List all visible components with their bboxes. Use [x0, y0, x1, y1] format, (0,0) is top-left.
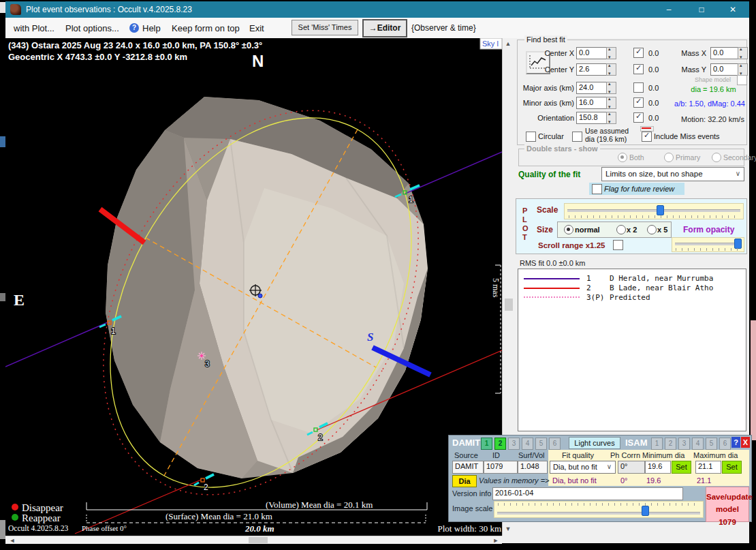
light-curves-button[interactable]: Light curves — [569, 437, 620, 449]
set-miss-times-button[interactable]: Set 'Miss' Times — [292, 20, 358, 35]
damit-model-1-button[interactable]: 1 — [481, 438, 492, 450]
max-dia-field[interactable]: 21.1 — [695, 461, 721, 474]
double-primary-radio[interactable] — [664, 153, 674, 162]
image-scale-label: Image scale — [452, 504, 492, 513]
quality-label: Quality of the fit — [518, 170, 580, 179]
close-button[interactable]: ✕ — [718, 1, 748, 18]
title-bar: Plot event observations : Occult v.4.202… — [5, 1, 749, 18]
scroll-up-icon[interactable]: ▲ — [503, 40, 514, 47]
isam-model-2-button[interactable]: 2 — [665, 438, 676, 450]
center-y-checkbox[interactable] — [633, 64, 644, 74]
circular-checkbox[interactable] — [526, 132, 536, 142]
size-normal-radio[interactable] — [564, 225, 573, 234]
double-both-label: Both — [629, 153, 644, 162]
background-window-fragment-pink — [751, 320, 756, 440]
menu-keep-on-top[interactable]: Keep form on top — [172, 23, 240, 33]
center-y-input[interactable]: 2.6 — [576, 63, 609, 76]
flag-review-checkbox[interactable] — [592, 184, 602, 194]
menu-with-plot[interactable]: with Plot... — [14, 23, 54, 33]
damit-close-button[interactable]: X — [741, 437, 750, 448]
isam-model-3-button[interactable]: 3 — [678, 438, 690, 450]
center-x-checkbox[interactable] — [633, 48, 644, 58]
ph-corrn-field[interactable]: 0° — [618, 461, 645, 474]
menu-exit[interactable]: Exit — [249, 23, 264, 33]
minimize-button[interactable]: – — [654, 1, 684, 18]
orientation-input[interactable]: 150.8 — [576, 112, 609, 124]
dia-button[interactable]: Dia — [452, 475, 477, 487]
scroll-right-icon[interactable]: ► — [490, 537, 501, 544]
isam-model-1-button[interactable]: 1 — [651, 438, 663, 450]
ph-corrn-header: Ph Corrn — [610, 451, 640, 459]
plot-letter-o: O — [522, 224, 529, 232]
editor-button[interactable]: →Editor — [362, 19, 407, 37]
fit-quality-select[interactable]: Dia, but no fit ∨ — [550, 461, 616, 474]
size-x2-radio[interactable] — [616, 225, 626, 234]
minor-axis-checkbox[interactable] — [633, 97, 644, 108]
isam-model-6-button[interactable]: 6 — [719, 438, 731, 450]
double-stars-label: Double stars - show — [524, 144, 600, 153]
vertical-scroll-thumb[interactable] — [505, 299, 513, 311]
minor-axis-spinner[interactable] — [606, 97, 616, 109]
background-window-fragment-mid — [0, 293, 5, 301]
scale-slider[interactable] — [564, 203, 744, 219]
min-dia-field[interactable]: 19.6 — [645, 461, 671, 474]
double-both-radio[interactable] — [618, 153, 627, 162]
major-axis-checkbox[interactable] — [633, 82, 644, 93]
center-y-spinner[interactable] — [606, 63, 616, 76]
menu-plot-options[interactable]: Plot options... — [65, 23, 119, 33]
max-dia-set-button[interactable]: Set — [722, 461, 742, 474]
window-title: Plot event observations : Occult v.4.202… — [26, 5, 192, 14]
minor-axis-input[interactable]: 16.0 — [576, 97, 609, 109]
source-header: Source — [454, 451, 478, 459]
version-info-field[interactable]: 2016-01-04 — [492, 487, 683, 500]
image-scale-thumb[interactable] — [642, 506, 649, 516]
major-axis-spinner[interactable] — [606, 82, 616, 94]
orientation-checkbox[interactable] — [633, 112, 644, 123]
scroll-down-icon[interactable]: ▼ — [503, 525, 514, 532]
menu-help[interactable]: Help — [142, 23, 161, 33]
sky-button[interactable]: Sky l — [480, 38, 502, 49]
plot-area[interactable]: S 1 1 2 — [5, 38, 502, 536]
orientation-label: Orientation — [518, 114, 574, 122]
damit-model-4-button[interactable]: 4 — [522, 438, 533, 450]
scroll-left-icon[interactable]: ◄ — [7, 537, 18, 544]
damit-model-6-button[interactable]: 6 — [549, 438, 561, 450]
form-opacity-slider[interactable] — [672, 237, 744, 252]
scale-slider-thumb[interactable] — [657, 205, 664, 215]
horizontal-scroll-thumb[interactable] — [249, 537, 268, 543]
center-x-spinner[interactable] — [606, 47, 616, 59]
size-x5-radio[interactable] — [647, 225, 657, 234]
size-x5-label: x 5 — [657, 226, 667, 234]
save-update-button[interactable]: Save/update model 1079 — [706, 487, 749, 522]
orientation-spinner[interactable] — [606, 112, 616, 124]
shape-model-checkbox[interactable] — [737, 75, 747, 85]
form-opacity-thumb[interactable] — [734, 239, 742, 249]
mass-y-spinner[interactable] — [738, 63, 748, 76]
major-axis-input[interactable]: 24.0 — [576, 82, 609, 94]
observer-legend-listbox[interactable]: 1 D Herald, near Murrumba 2 B Lade, near… — [518, 269, 746, 431]
double-stars-group: Double stars - show Both Primary Seconda… — [518, 149, 744, 166]
plot-canvas: S 1 1 2 — [5, 38, 502, 536]
mass-x-spinner[interactable] — [738, 47, 748, 59]
svg-text:(Volume) Mean dia = 20.1 km: (Volume) Mean dia = 20.1 km — [266, 500, 373, 510]
maximize-button[interactable]: □ — [687, 1, 716, 18]
plot-title-line2: Geocentric X 4743.3 ±0.0 Y -3212.8 ±0.0 … — [8, 52, 187, 62]
damit-model-5-button[interactable]: 5 — [535, 438, 547, 450]
damit-model-2-button[interactable]: 2 — [494, 438, 506, 450]
damit-help-button[interactable]: ? — [731, 437, 740, 448]
plot-horizontal-scrollbar[interactable]: ◄ ► — [5, 536, 502, 544]
double-secondary-label: Secondary — [723, 153, 756, 162]
double-secondary-radio[interactable] — [712, 153, 721, 162]
image-scale-slider[interactable] — [494, 501, 704, 518]
scroll-range-checkbox[interactable] — [613, 240, 623, 250]
isam-model-5-button[interactable]: 5 — [706, 438, 717, 450]
isam-model-4-button[interactable]: 4 — [692, 438, 704, 450]
major-axis-unc: 0.0 — [648, 84, 659, 92]
center-x-input[interactable]: 0.0 — [576, 47, 609, 59]
damit-model-3-button[interactable]: 3 — [508, 438, 520, 450]
min-dia-set-button[interactable]: Set — [672, 461, 691, 474]
svg-text:Sky l: Sky l — [482, 40, 499, 48]
use-assumed-checkbox[interactable] — [572, 132, 582, 142]
quality-select[interactable]: Limits on size, but no shape ∨ — [601, 167, 744, 181]
include-miss-checkbox[interactable] — [642, 132, 652, 142]
